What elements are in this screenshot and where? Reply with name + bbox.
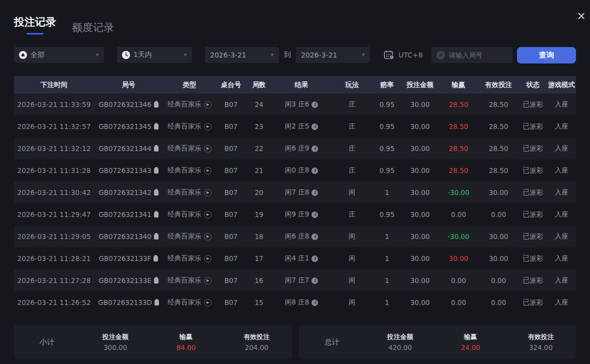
cell-text: 已派彩 (523, 254, 544, 263)
cell-text: 22 (254, 144, 263, 152)
table-row: 2026-03-21 11:30:42GB0726321342经典百家乐▶B07… (14, 182, 576, 204)
cell-valid_bet: 28.50 (478, 100, 519, 108)
date-to-picker[interactable]: 2026-3-21 ▼ (296, 47, 370, 63)
play-replay-icon[interactable]: ▶ (204, 123, 212, 130)
cell-type: 经典百家乐▶ (163, 122, 216, 131)
copy-icon[interactable] (154, 256, 158, 262)
play-replay-icon[interactable]: ▶ (204, 277, 212, 284)
copy-icon[interactable] (154, 278, 158, 284)
copy-icon[interactable] (154, 146, 158, 152)
cell-text: 20 (254, 188, 263, 196)
column-header-play: 玩法 (331, 80, 373, 90)
info-icon[interactable]: i (312, 124, 318, 130)
cell-text: B07 (224, 298, 238, 306)
table-row: 2026-03-21 11:31:28GB0726321343经典百家乐▶B07… (14, 160, 576, 182)
cell-valid_bet: 28.50 (478, 122, 519, 130)
cell-mode: 入座 (547, 188, 576, 197)
cell-odds: 0.95 (373, 210, 401, 218)
cell-text: 2026-03-21 11:28:21 (17, 254, 90, 262)
cell-text: 0.00 (451, 276, 466, 284)
query-button[interactable]: 查询 (517, 47, 576, 64)
copy-icon[interactable] (154, 190, 158, 196)
cell-status: 已派彩 (519, 210, 547, 219)
copy-icon[interactable] (154, 300, 159, 306)
cell-text: 0.00 (491, 298, 506, 306)
cell-play: 闲 (331, 276, 373, 285)
play-replay-icon[interactable]: ▶ (204, 101, 212, 108)
close-icon[interactable]: ✕ (577, 11, 586, 22)
cell-odds: 1 (373, 298, 401, 306)
time-range-dropdown[interactable]: 1天内 ▼ (117, 47, 192, 63)
info-icon[interactable]: i (312, 146, 318, 152)
copy-icon[interactable] (154, 102, 158, 108)
cell-text: GB0726321346 (98, 100, 152, 108)
cell-text: B07 (224, 210, 238, 218)
play-replay-icon[interactable]: ▶ (204, 299, 212, 306)
cell-game_id: GB0726321343 (94, 166, 163, 174)
copy-icon[interactable] (154, 234, 158, 240)
cell-text: 经典百家乐 (168, 210, 202, 219)
play-replay-icon[interactable]: ▶ (204, 189, 212, 196)
cell-text: 28.50 (449, 122, 468, 130)
subtotal-title: 小计 (14, 338, 80, 347)
cell-text: 16 (254, 276, 263, 284)
tab-quota-records[interactable]: 额度记录 (72, 20, 114, 34)
cell-table_no: B07 (216, 166, 246, 174)
cell-result: 闲9 庄9i (272, 210, 331, 219)
info-icon[interactable]: i (312, 212, 318, 218)
cell-text: 已派彩 (523, 122, 544, 131)
cell-text: 闲7 庄8 (285, 188, 309, 197)
game-type-dropdown[interactable]: ♠ 全部 ▼ (14, 47, 104, 63)
cell-text: 2026-03-21 11:27:28 (17, 276, 90, 284)
date-from-picker[interactable]: 2026-3-21 ▼ (205, 47, 279, 63)
cell-text: 30.00 (410, 276, 430, 284)
copy-icon[interactable] (154, 124, 158, 130)
cell-text: 30.00 (489, 188, 508, 196)
cell-time: 2026-03-21 11:29:05 (14, 232, 94, 240)
cell-text: 0.00 (491, 210, 506, 218)
cell-text: 闲 (348, 188, 356, 197)
play-replay-icon[interactable]: ▶ (204, 255, 212, 262)
play-replay-icon[interactable]: ▶ (204, 145, 212, 152)
cell-mode: 入座 (547, 144, 576, 153)
cell-text: 0.95 (380, 166, 394, 174)
info-icon[interactable]: i (312, 168, 318, 174)
round-search-field[interactable]: 局 (432, 47, 512, 63)
cell-play: 闲 (331, 232, 373, 241)
cell-odds: 1 (373, 188, 401, 196)
cell-text: 1 (385, 188, 390, 196)
cell-valid_bet: 30.00 (478, 232, 519, 240)
round-circle-icon: 局 (436, 51, 445, 60)
cell-text: 24 (254, 100, 263, 108)
cell-text: 30.00 (410, 100, 430, 108)
copy-icon[interactable] (154, 168, 158, 174)
info-icon[interactable]: i (312, 234, 318, 240)
cell-game_id: GB072632133F (94, 254, 163, 262)
cell-text: 已派彩 (523, 166, 544, 175)
play-replay-icon[interactable]: ▶ (204, 233, 212, 240)
cell-text: 30.00 (410, 166, 430, 174)
info-icon[interactable]: i (312, 300, 318, 306)
cell-text: 17 (254, 254, 263, 262)
tab-label: 投注记录 (14, 15, 56, 29)
tab-betting-records[interactable]: 投注记录 (14, 15, 56, 34)
cell-text: 闲8 庄8 (285, 298, 309, 307)
cell-text: 入座 (555, 298, 568, 307)
play-replay-icon[interactable]: ▶ (204, 167, 212, 174)
cell-time: 2026-03-21 11:26:52 (14, 298, 94, 306)
info-icon[interactable]: i (312, 102, 318, 108)
info-icon[interactable]: i (312, 256, 318, 262)
copy-icon[interactable] (154, 212, 158, 218)
cell-time: 2026-03-21 11:27:28 (14, 276, 94, 284)
cell-text: -30.00 (448, 188, 470, 196)
cell-time: 2026-03-21 11:33:59 (14, 100, 94, 108)
cell-status: 已派彩 (519, 122, 547, 131)
play-replay-icon[interactable]: ▶ (204, 211, 212, 218)
cell-text: 30.00 (410, 298, 430, 306)
info-icon[interactable]: i (312, 278, 318, 284)
cell-win_loss: 28.50 (439, 122, 478, 130)
round-search-input[interactable] (448, 51, 508, 59)
cell-text: 庄 (348, 166, 356, 175)
cell-bet_amount: 30.00 (401, 254, 439, 262)
info-icon[interactable]: i (312, 190, 318, 196)
